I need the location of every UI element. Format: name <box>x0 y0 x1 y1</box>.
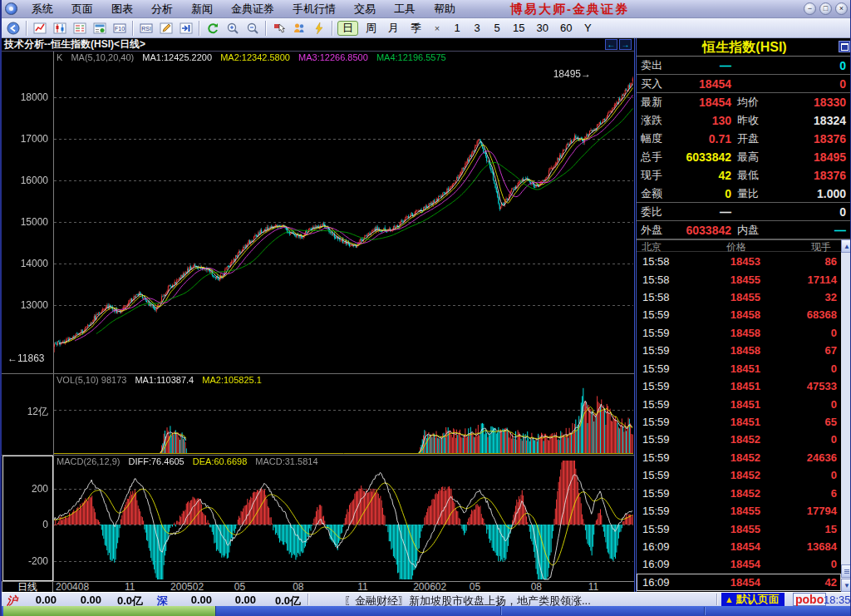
period-周-button[interactable]: 周 <box>362 21 381 36</box>
flash-icon[interactable] <box>310 20 328 37</box>
zoom-in-icon[interactable] <box>224 20 242 37</box>
tick-row[interactable]: 16:091845413684 <box>637 538 841 555</box>
app-icon[interactable] <box>5 2 17 15</box>
quote-value: 6033842 <box>678 224 733 237</box>
period-30-button[interactable]: 30 <box>532 21 552 36</box>
period-5-button[interactable]: 5 <box>489 21 505 36</box>
quote-label: 均价 <box>733 95 776 110</box>
period-1-button[interactable]: 1 <box>449 21 465 36</box>
tick-volume: 32 <box>762 291 840 303</box>
high-price-annotation: 18495→ <box>553 68 591 80</box>
window-title: 博易大师-金典证券 <box>510 2 629 17</box>
pointer-icon[interactable] <box>270 20 288 37</box>
menu-item[interactable]: 交易 <box>345 0 385 17</box>
tick-price: 18454 <box>689 540 762 553</box>
restore-panel-icon[interactable] <box>839 41 850 52</box>
tick-time: 15:59 <box>637 416 689 428</box>
quote-label: 买入 <box>637 76 678 91</box>
tick-row[interactable]: 15:59184510 <box>637 360 841 377</box>
tick-row[interactable]: 15:581845517114 <box>637 270 841 288</box>
tick-price: 18452 <box>689 469 762 481</box>
goto-icon[interactable] <box>177 20 195 37</box>
scroll-left-button[interactable]: ← <box>605 39 617 50</box>
minimize-button[interactable]: − <box>804 2 816 15</box>
draw-icon[interactable] <box>157 20 175 37</box>
tick-row[interactable]: 15:591845147533 <box>637 377 841 395</box>
tick-volume: 0 <box>762 469 840 481</box>
close-button[interactable]: × <box>835 2 848 15</box>
zoom-out-icon[interactable] <box>243 20 262 37</box>
tick-time: 15:59 <box>637 398 689 411</box>
rsi-icon[interactable]: RSI <box>137 20 155 37</box>
line-chart-icon[interactable] <box>31 20 49 37</box>
scroll-down-button[interactable]: ▼ <box>841 579 851 592</box>
menu-item[interactable]: 工具 <box>385 0 425 17</box>
page-badge-label: 默认页面 <box>736 593 780 605</box>
pobo-logo: pobo <box>793 593 826 606</box>
tick-row[interactable]: 15:591845515 <box>637 520 841 537</box>
report-icon[interactable] <box>91 20 109 37</box>
refresh-icon[interactable] <box>204 20 222 37</box>
period-日-button[interactable]: 日 <box>337 21 358 36</box>
tick-row[interactable]: 16:091845442 <box>637 574 841 591</box>
quote-list-icon[interactable] <box>71 20 89 37</box>
f10-icon[interactable]: F10 <box>111 20 129 37</box>
period-3-button[interactable]: 3 <box>469 21 485 36</box>
tick-row[interactable]: 15:591845517794 <box>637 502 841 520</box>
tick-row[interactable]: 15:59184526 <box>637 484 841 501</box>
users-icon[interactable] <box>290 20 308 37</box>
menu-item[interactable]: 图表 <box>102 0 142 17</box>
scroll-track[interactable] <box>841 253 851 579</box>
ma-params-label: MA(5,10,20,40) <box>71 52 134 62</box>
menu-item[interactable]: 手机行情 <box>283 0 345 17</box>
menu-item[interactable]: 帮助 <box>425 0 465 17</box>
tick-row[interactable]: 15:591845165 <box>637 413 841 431</box>
scroll-thumb[interactable] <box>841 564 851 578</box>
macd-dea-value: DEA:60.6698 <box>193 456 247 466</box>
price-chart-canvas[interactable] <box>2 52 634 373</box>
period-季-button[interactable]: 季 <box>406 21 426 36</box>
tick-time: 15:59 <box>637 380 689 392</box>
quote-value: 0.71 <box>678 132 733 145</box>
menu-item[interactable]: 页面 <box>62 0 102 17</box>
tick-row[interactable]: 15:59184520 <box>637 466 841 484</box>
ma2-value: MA2:12342.5800 <box>220 52 290 62</box>
tick-row[interactable]: 15:581845532 <box>637 288 841 306</box>
quote-header: 恒生指数(HSI) <box>637 38 851 57</box>
tick-row[interactable]: 15:591845867 <box>637 342 841 359</box>
period-60-button[interactable]: 60 <box>556 21 576 36</box>
menu-item[interactable]: 分析 <box>142 0 182 17</box>
menu-item[interactable]: 金典证券 <box>222 0 283 17</box>
scroll-up-button[interactable]: ▲ <box>841 239 851 253</box>
tick-row[interactable]: 15:59184520 <box>637 431 841 448</box>
menu-item[interactable]: 新闻 <box>182 0 222 17</box>
tick-row[interactable]: 15:591845224636 <box>637 449 841 466</box>
tick-row[interactable]: 15:59184580 <box>637 324 841 342</box>
tick-row[interactable]: 15:591845868368 <box>637 306 841 323</box>
tick-row[interactable]: 15:59184510 <box>637 395 841 412</box>
volume-indicator-header: VOL(5,10) 98173 MA1:110387.4 MA2:105825.… <box>57 375 268 385</box>
tick-row[interactable]: 15:581845386 <box>637 253 841 270</box>
tick-scrollbar[interactable]: ▲ ▼ <box>841 239 851 592</box>
menu-item[interactable]: 系统 <box>22 0 62 17</box>
default-page-button[interactable]: ▲默认页面 <box>721 593 785 606</box>
period-×-button[interactable]: × <box>429 21 445 36</box>
back-icon[interactable] <box>4 20 22 37</box>
period-月-button[interactable]: 月 <box>384 21 403 36</box>
candlestick-chart-icon[interactable] <box>51 20 69 37</box>
price-indicator-header: K MA(5,10,20,40) MA1:12425.2200 MA2:1234… <box>57 52 452 62</box>
macd-chart-canvas[interactable] <box>2 456 634 582</box>
restore-button[interactable]: □ <box>819 2 832 15</box>
quote-value: — <box>678 59 733 72</box>
quote-value: 130 <box>678 114 733 127</box>
sh-change-value: 0.00 <box>63 594 101 606</box>
period-15-button[interactable]: 15 <box>509 21 529 36</box>
tick-volume: 0 <box>762 327 840 339</box>
quote-label: 金额 <box>637 186 678 201</box>
tick-row[interactable]: 16:09184540 <box>637 555 841 573</box>
scroll-right-button[interactable]: → <box>619 39 632 50</box>
tick-volume: 68368 <box>762 308 840 321</box>
tick-price: 18452 <box>689 433 762 446</box>
period-Y-button[interactable]: Y <box>579 21 596 36</box>
volume-chart-canvas[interactable] <box>2 374 634 455</box>
